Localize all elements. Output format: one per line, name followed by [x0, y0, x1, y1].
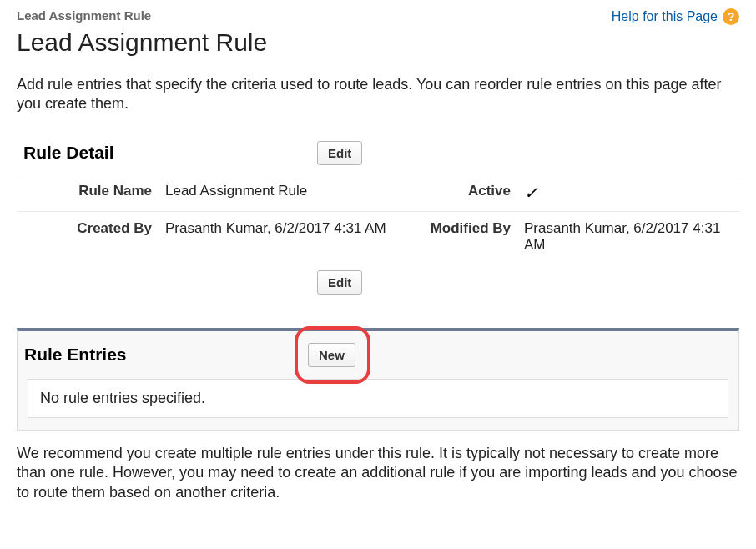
help-link[interactable]: Help for this Page ?	[612, 8, 739, 25]
edit-button-bottom[interactable]: Edit	[317, 270, 362, 295]
help-link-label: Help for this Page	[612, 9, 718, 24]
modified-by-value: Prasanth Kumar, 6/2/2017 4:31 AM	[517, 211, 739, 262]
created-by-value: Prasanth Kumar, 6/2/2017 4:31 AM	[159, 211, 409, 262]
table-row: Created By Prasanth Kumar, 6/2/2017 4:31…	[17, 211, 739, 262]
modified-by-user-link[interactable]: Prasanth Kumar	[524, 220, 626, 236]
rule-detail-header: Rule Detail Edit	[17, 138, 739, 174]
rule-detail-table: Rule Name Lead Assignment Rule Active ✓ …	[17, 174, 739, 262]
rule-entries-title: Rule Entries	[24, 345, 308, 365]
new-button-wrap: New	[308, 343, 355, 367]
help-icon: ?	[723, 8, 739, 25]
created-by-datetime: , 6/2/2017 4:31 AM	[267, 220, 386, 236]
checkmark-icon: ✓	[524, 184, 538, 202]
created-by-user-link[interactable]: Prasanth Kumar	[165, 220, 267, 236]
page-title: Lead Assignment Rule	[17, 28, 739, 57]
new-button[interactable]: New	[308, 343, 355, 367]
rule-detail-section: Rule Detail Edit Rule Name Lead Assignme…	[17, 138, 739, 303]
breadcrumb: Lead Assignment Rule	[17, 8, 151, 23]
active-value: ✓	[517, 174, 739, 211]
rule-detail-footer: Edit	[17, 262, 739, 303]
header-row: Lead Assignment Rule Help for this Page …	[17, 8, 739, 25]
active-label: Active	[409, 174, 517, 211]
rule-name-label: Rule Name	[17, 174, 159, 211]
rule-entries-header: Rule Entries New	[18, 331, 738, 379]
intro-text: Add rule entries that specify the criter…	[17, 75, 739, 114]
rule-name-value: Lead Assignment Rule	[159, 174, 409, 211]
rule-detail-title: Rule Detail	[23, 143, 317, 163]
table-row: Rule Name Lead Assignment Rule Active ✓	[17, 174, 739, 211]
modified-by-label: Modified By	[409, 211, 517, 262]
rule-entries-empty: No rule entries specified.	[28, 379, 728, 418]
footer-text: We recommend you create multiple rule en…	[17, 444, 739, 502]
created-by-label: Created By	[17, 211, 159, 262]
rule-entries-section: Rule Entries New No rule entries specifi…	[17, 328, 739, 431]
edit-button-top[interactable]: Edit	[317, 141, 362, 165]
